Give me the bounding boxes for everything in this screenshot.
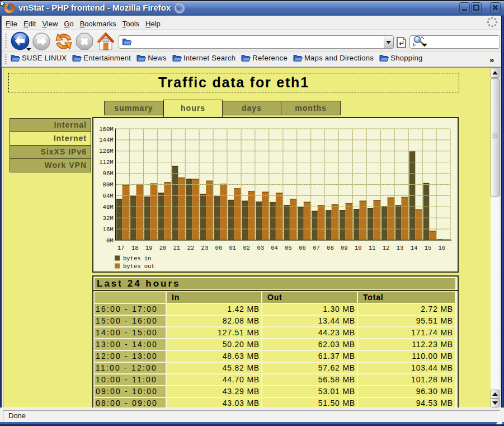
svg-text:32M: 32M <box>103 215 114 222</box>
svg-text:16M: 16M <box>103 226 114 233</box>
svg-text:04: 04 <box>271 245 278 251</box>
svg-text:20: 20 <box>159 245 167 251</box>
svg-text:48M: 48M <box>103 204 114 210</box>
svg-text:16: 16 <box>439 245 446 251</box>
svg-text:12: 12 <box>383 245 390 251</box>
svg-text:23: 23 <box>201 245 209 251</box>
svg-text:08: 08 <box>327 245 334 251</box>
svg-text:160M: 160M <box>99 126 113 133</box>
svg-text:15: 15 <box>425 245 432 251</box>
svg-text:21: 21 <box>173 245 181 251</box>
svg-text:03: 03 <box>257 245 264 251</box>
svg-text:17: 17 <box>117 245 125 251</box>
svg-text:02: 02 <box>243 245 250 251</box>
svg-text:00: 00 <box>215 245 223 251</box>
svg-text:05: 05 <box>285 245 292 251</box>
svg-text:19: 19 <box>145 245 153 251</box>
svg-text:13: 13 <box>397 245 404 251</box>
svg-text:18: 18 <box>131 245 139 251</box>
svg-text:22: 22 <box>187 245 195 251</box>
svg-text:10: 10 <box>355 245 362 251</box>
svg-text:bytes out: bytes out <box>123 263 155 270</box>
svg-text:144M: 144M <box>99 137 113 143</box>
svg-text:96M: 96M <box>103 170 114 177</box>
svg-text:64M: 64M <box>103 193 114 199</box>
svg-text:07: 07 <box>313 245 320 251</box>
svg-text:bytes in: bytes in <box>123 255 151 262</box>
svg-text:0M: 0M <box>106 237 114 244</box>
svg-text:06: 06 <box>299 245 306 251</box>
svg-text:09: 09 <box>341 245 348 251</box>
svg-text:14: 14 <box>411 245 418 251</box>
svg-text:80M: 80M <box>103 181 114 188</box>
svg-text:112M: 112M <box>99 159 113 166</box>
svg-text:01: 01 <box>229 245 236 251</box>
svg-text:128M: 128M <box>99 148 113 155</box>
svg-text:11: 11 <box>369 245 376 251</box>
